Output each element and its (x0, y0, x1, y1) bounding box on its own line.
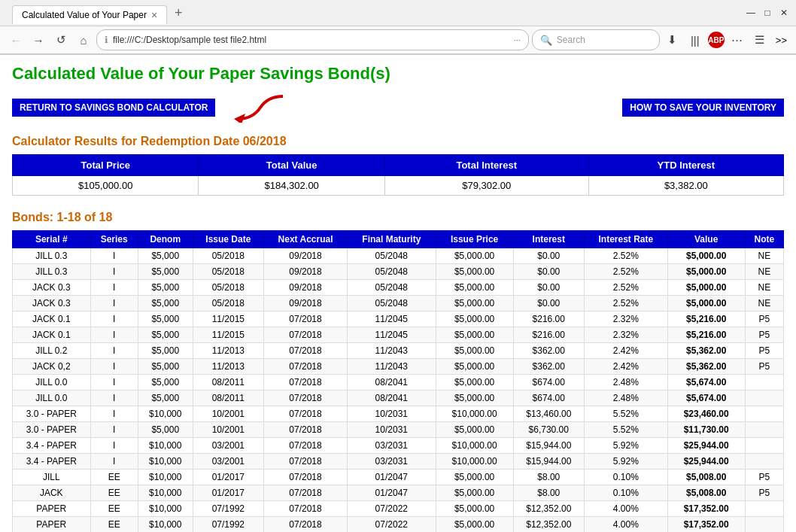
table-cell: $5,000 (138, 312, 193, 327)
table-cell: JILL (13, 470, 91, 485)
table-cell: 07/2022 (348, 517, 436, 533)
table-cell: $362.00 (513, 343, 584, 359)
table-cell: 2.52% (584, 280, 667, 296)
table-cell: $5,000 (138, 248, 193, 264)
table-cell: $5,216.00 (667, 312, 745, 327)
table-cell: 05/2018 (193, 296, 263, 312)
col-issue-price: Issue Price (436, 231, 513, 248)
table-cell: 05/2048 (348, 296, 436, 312)
summary-total-price: $105,000.00 (13, 176, 199, 196)
table-cell: $15,944.00 (513, 454, 584, 470)
table-cell: 09/2018 (264, 264, 348, 280)
close-window-button[interactable]: ✕ (778, 7, 790, 19)
table-cell: 05/2048 (348, 280, 436, 296)
table-cell: 07/2018 (264, 312, 348, 327)
table-cell (745, 517, 783, 533)
minimize-button[interactable]: — (745, 7, 757, 19)
table-cell: 07/2018 (264, 359, 348, 375)
tab-close-icon[interactable]: × (151, 9, 157, 21)
table-row: JACK 0,2I$5,00011/201307/201811/2043$5,0… (13, 359, 784, 375)
table-cell: 2.32% (584, 327, 667, 343)
address-bar[interactable]: ℹ file:///C:/Desktop/sample test file2.h… (96, 29, 529, 50)
maximize-button[interactable]: □ (761, 7, 773, 19)
table-cell: $5,000 (138, 359, 193, 375)
adblock-icon[interactable]: ABP (708, 32, 725, 48)
table-cell: P5 (745, 327, 783, 343)
tab-bar: Calculated Value of Your Paper × + (6, 2, 745, 24)
table-cell: $17,352.00 (667, 517, 745, 533)
download-icon[interactable]: ⬇ (663, 30, 682, 50)
table-cell: $23,460.00 (667, 406, 745, 422)
table-cell: 05/2048 (348, 264, 436, 280)
table-cell: $5,216.00 (667, 327, 745, 343)
page-content: Calculated Value of Your Paper Savings B… (0, 55, 796, 532)
table-cell: 11/2015 (193, 327, 263, 343)
reader-mode-icon[interactable]: ||| (685, 30, 705, 50)
table-cell: $10,000 (138, 454, 193, 470)
table-row: JILL 0.3I$5,00005/201809/201805/2048$5,0… (13, 248, 784, 264)
table-cell: $10,000 (138, 501, 193, 517)
table-cell: NE (745, 280, 783, 296)
table-cell: 07/2018 (264, 391, 348, 406)
table-cell: $5,000.00 (436, 312, 513, 327)
back-button[interactable]: ← (6, 30, 26, 50)
window-controls: — □ ✕ (745, 7, 790, 19)
svg-marker-0 (234, 114, 245, 123)
table-cell: $15,944.00 (513, 438, 584, 454)
overflow-menu-icon[interactable]: ⋯ (728, 30, 747, 50)
red-arrow-image (223, 93, 298, 123)
new-tab-button[interactable]: + (167, 2, 190, 24)
table-row: JACKEE$10,00001/201707/201801/2047$5,000… (13, 485, 784, 501)
active-tab[interactable]: Calculated Value of Your Paper × (12, 5, 167, 24)
save-inventory-button[interactable]: HOW TO SAVE YOUR INVENTORY (622, 99, 784, 117)
expand-icon[interactable]: >> (773, 33, 790, 47)
table-cell: JILL 0.0 (13, 391, 91, 406)
address-info-icon: ℹ (105, 35, 108, 45)
table-cell: 07/2018 (264, 438, 348, 454)
sidebar-icon[interactable]: ☰ (750, 30, 770, 50)
table-cell: $5,000.00 (667, 296, 745, 312)
table-cell: $5,362.00 (667, 359, 745, 375)
table-cell: 07/2018 (264, 406, 348, 422)
table-cell: $5,000 (138, 296, 193, 312)
table-cell: 11/2013 (193, 359, 263, 375)
table-cell: 3.0 - PAPER (13, 406, 91, 422)
table-cell: P5 (745, 359, 783, 375)
table-row: JILL 0.2I$5,00011/201307/201811/2043$5,0… (13, 343, 784, 359)
table-cell: 05/2018 (193, 264, 263, 280)
table-row: JACK 0.3I$5,00005/201809/201805/2048$5,0… (13, 280, 784, 296)
table-cell: 05/2048 (348, 248, 436, 264)
table-cell: 5.52% (584, 422, 667, 438)
table-cell: 03/2031 (348, 438, 436, 454)
table-row: JILL 0.0I$5,00008/201107/201808/2041$5,0… (13, 391, 784, 406)
browser-chrome: Calculated Value of Your Paper × + — □ ✕… (0, 0, 796, 55)
refresh-button[interactable]: ↺ (51, 30, 71, 50)
return-to-calculator-button[interactable]: RETURN TO SAVINGS BOND CALCULATOR (12, 99, 215, 117)
table-cell: 11/2043 (348, 359, 436, 375)
col-final-maturity: Final Maturity (348, 231, 436, 248)
col-serial: Serial # (13, 231, 91, 248)
table-cell: EE (90, 501, 138, 517)
forward-button[interactable]: → (29, 30, 48, 50)
table-cell: $5,000 (138, 280, 193, 296)
table-cell: PAPER (13, 501, 91, 517)
table-cell: $674.00 (513, 375, 584, 391)
table-cell: NE (745, 248, 783, 264)
table-row: JACK 0.1I$5,00011/201507/201811/2045$5,0… (13, 327, 784, 343)
table-cell: 11/2045 (348, 312, 436, 327)
home-button[interactable]: ⌂ (74, 30, 93, 50)
table-cell: 07/2018 (264, 375, 348, 391)
table-cell: 07/2018 (264, 454, 348, 470)
address-more-icon[interactable]: ··· (514, 35, 521, 44)
table-cell: 4.00% (584, 517, 667, 533)
table-cell: 07/2022 (348, 501, 436, 517)
col-issue-date: Issue Date (193, 231, 263, 248)
table-cell: I (90, 391, 138, 406)
table-cell: I (90, 264, 138, 280)
table-cell: $5,000.00 (436, 359, 513, 375)
table-row: 3.4 - PAPERI$10,00003/200107/201803/2031… (13, 454, 784, 470)
table-cell: 07/2018 (264, 501, 348, 517)
table-cell: JACK 0.1 (13, 312, 91, 327)
search-bar[interactable]: 🔍 Search (532, 29, 660, 50)
table-cell: JACK 0.3 (13, 280, 91, 296)
